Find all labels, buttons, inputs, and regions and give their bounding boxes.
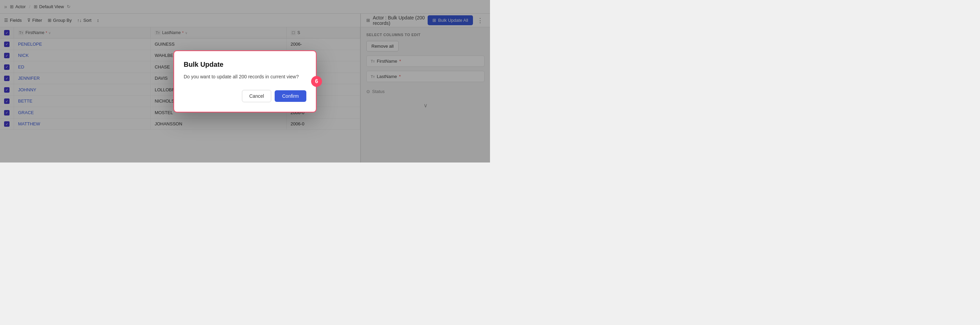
cancel-button[interactable]: Cancel — [242, 90, 271, 102]
dialog-title: Bulk Update — [184, 61, 306, 69]
dialog-actions: Cancel Confirm — [184, 90, 306, 102]
bulk-update-dialog: Bulk Update Do you want to update all 20… — [173, 50, 317, 112]
dialog-message: Do you want to update all 200 records in… — [184, 73, 306, 80]
step-badge: 6 — [311, 76, 322, 87]
modal-overlay: Bulk Update Do you want to update all 20… — [0, 0, 490, 162]
confirm-button[interactable]: Confirm — [275, 90, 306, 102]
